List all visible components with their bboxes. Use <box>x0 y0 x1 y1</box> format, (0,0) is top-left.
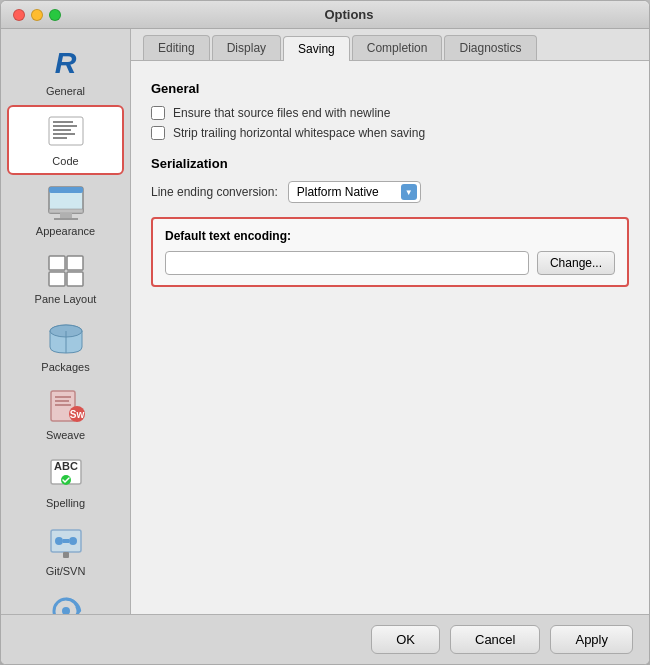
sidebar-item-sweave[interactable]: Sw Sweave <box>7 381 124 447</box>
svg-rect-20 <box>55 400 69 402</box>
ok-button[interactable]: OK <box>371 625 440 654</box>
sidebar-item-code-label: Code <box>52 155 78 167</box>
apply-button[interactable]: Apply <box>550 625 633 654</box>
serialization-section-title: Serialization <box>151 156 629 171</box>
svg-rect-3 <box>53 129 71 131</box>
checkbox-row-whitespace: Strip trailing horizontal whitespace whe… <box>151 126 629 140</box>
tab-diagnostics[interactable]: Diagnostics <box>444 35 536 60</box>
tab-display[interactable]: Display <box>212 35 281 60</box>
encoding-input-row: Change... <box>165 251 615 275</box>
publishing-icon <box>42 591 90 614</box>
svg-rect-12 <box>67 256 83 270</box>
svg-point-33 <box>62 607 70 614</box>
sidebar-item-packages[interactable]: Packages <box>7 313 124 379</box>
svg-rect-4 <box>53 133 75 135</box>
encoding-input[interactable] <box>165 251 529 275</box>
svg-rect-31 <box>63 552 69 558</box>
svg-point-28 <box>55 537 63 545</box>
sidebar-item-packages-label: Packages <box>41 361 89 373</box>
svg-rect-13 <box>49 272 65 286</box>
svg-rect-14 <box>67 272 83 286</box>
svg-rect-30 <box>63 539 69 543</box>
svg-rect-19 <box>55 396 71 398</box>
strip-whitespace-checkbox[interactable] <box>151 126 165 140</box>
change-button[interactable]: Change... <box>537 251 615 275</box>
svg-rect-5 <box>53 137 67 139</box>
sweave-icon: Sw <box>42 387 90 427</box>
sidebar: R General Code <box>1 29 131 614</box>
sidebar-item-pane-layout-label: Pane Layout <box>35 293 97 305</box>
cancel-button[interactable]: Cancel <box>450 625 540 654</box>
options-window: Options R General <box>0 0 650 665</box>
sidebar-item-general-label: General <box>46 85 85 97</box>
svg-rect-9 <box>60 213 72 218</box>
line-ending-row: Line ending conversion: Platform Native … <box>151 181 629 203</box>
tab-editing[interactable]: Editing <box>143 35 210 60</box>
tabs-bar: Editing Display Saving Completion Diagno… <box>131 29 649 61</box>
saving-panel: General Ensure that source files end wit… <box>131 61 649 614</box>
maximize-button[interactable] <box>49 9 61 21</box>
appearance-icon <box>42 183 90 223</box>
spelling-icon: ABC <box>42 455 90 495</box>
pane-layout-icon <box>42 251 90 291</box>
svg-rect-21 <box>55 404 71 406</box>
svg-text:Sw: Sw <box>69 409 84 420</box>
window-title: Options <box>61 7 637 22</box>
title-bar: Options <box>1 1 649 29</box>
svg-rect-1 <box>53 121 73 123</box>
footer: OK Cancel Apply <box>1 614 649 664</box>
git-svn-icon <box>42 523 90 563</box>
sidebar-item-spelling[interactable]: ABC Spelling <box>7 449 124 515</box>
close-button[interactable] <box>13 9 25 21</box>
general-section-title: General <box>151 81 629 96</box>
svg-rect-7 <box>49 187 83 193</box>
sidebar-item-appearance[interactable]: Appearance <box>7 177 124 243</box>
main-content: R General Code <box>1 29 649 614</box>
code-icon <box>42 113 90 153</box>
svg-rect-11 <box>49 256 65 270</box>
sidebar-item-git-svn-label: Git/SVN <box>46 565 86 577</box>
svg-text:ABC: ABC <box>54 460 78 472</box>
content-area: Editing Display Saving Completion Diagno… <box>131 29 649 614</box>
svg-point-29 <box>69 537 77 545</box>
window-buttons <box>13 9 61 21</box>
r-icon: R <box>42 43 90 83</box>
sidebar-item-sweave-label: Sweave <box>46 429 85 441</box>
ensure-newline-label: Ensure that source files end with newlin… <box>173 106 390 120</box>
svg-rect-10 <box>54 218 78 220</box>
svg-rect-2 <box>53 125 77 127</box>
line-ending-select[interactable]: Platform Native Windows (CR/LF) Posix (L… <box>288 181 421 203</box>
sidebar-item-publishing[interactable]: Publishing <box>7 585 124 614</box>
sidebar-item-code[interactable]: Code <box>7 105 124 175</box>
packages-icon <box>42 319 90 359</box>
line-ending-select-wrapper: Platform Native Windows (CR/LF) Posix (L… <box>288 181 421 203</box>
sidebar-item-spelling-label: Spelling <box>46 497 85 509</box>
sidebar-item-general[interactable]: R General <box>7 37 124 103</box>
encoding-label: Default text encoding: <box>165 229 615 243</box>
tab-completion[interactable]: Completion <box>352 35 443 60</box>
sidebar-item-pane-layout[interactable]: Pane Layout <box>7 245 124 311</box>
svg-rect-8 <box>49 209 83 213</box>
strip-whitespace-label: Strip trailing horizontal whitespace whe… <box>173 126 425 140</box>
sidebar-item-git-svn[interactable]: Git/SVN <box>7 517 124 583</box>
encoding-box: Default text encoding: Change... <box>151 217 629 287</box>
sidebar-item-appearance-label: Appearance <box>36 225 95 237</box>
minimize-button[interactable] <box>31 9 43 21</box>
tab-saving[interactable]: Saving <box>283 36 350 61</box>
line-ending-label: Line ending conversion: <box>151 185 278 199</box>
checkbox-row-newline: Ensure that source files end with newlin… <box>151 106 629 120</box>
ensure-newline-checkbox[interactable] <box>151 106 165 120</box>
